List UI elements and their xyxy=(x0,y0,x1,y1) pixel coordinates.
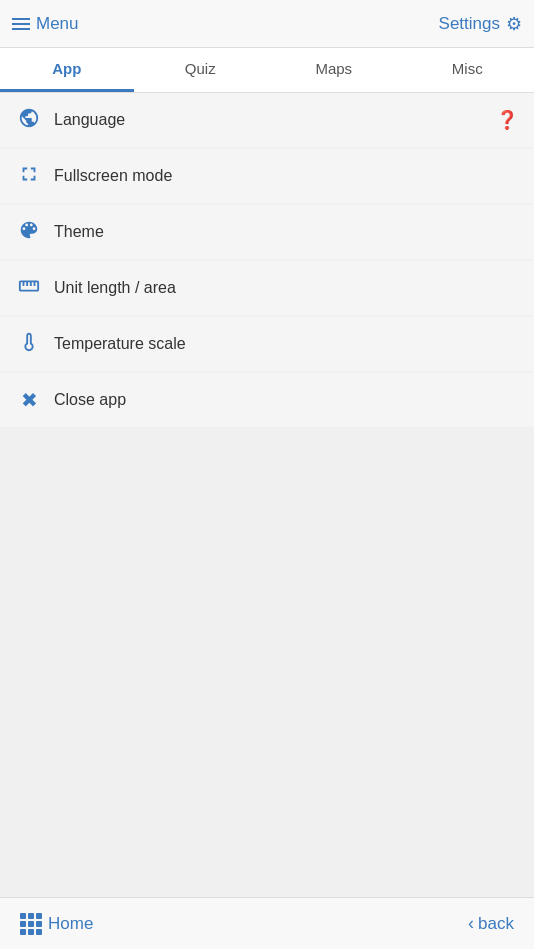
menu-item-theme[interactable]: Theme xyxy=(0,205,534,259)
language-label: Language xyxy=(54,111,125,129)
menu-label: Menu xyxy=(36,14,79,34)
tab-app[interactable]: App xyxy=(0,48,134,92)
menu-list: Language ❓ Fullscreen mode Theme xyxy=(0,93,534,897)
tab-misc[interactable]: Misc xyxy=(401,48,535,92)
gear-icon: ⚙ xyxy=(506,13,522,35)
language-help-icon: ❓ xyxy=(496,109,518,131)
fullscreen-icon xyxy=(16,163,42,190)
menu-item-fullscreen[interactable]: Fullscreen mode xyxy=(0,149,534,203)
tab-quiz[interactable]: Quiz xyxy=(134,48,268,92)
menu-button[interactable]: Menu xyxy=(12,14,79,34)
bottom-bar: Home ‹ back xyxy=(0,897,534,949)
language-icon xyxy=(16,107,42,134)
menu-item-unit-length[interactable]: Unit length / area xyxy=(0,261,534,315)
unit-length-icon xyxy=(16,275,42,302)
back-chevron-icon: ‹ xyxy=(468,913,474,934)
theme-icon xyxy=(16,219,42,246)
tab-maps[interactable]: Maps xyxy=(267,48,401,92)
menu-item-close-app[interactable]: ✖ Close app xyxy=(0,373,534,427)
settings-button[interactable]: Settings ⚙ xyxy=(439,13,522,35)
temperature-label: Temperature scale xyxy=(54,335,186,353)
top-bar: Menu Settings ⚙ xyxy=(0,0,534,48)
back-label: back xyxy=(478,914,514,934)
unit-length-label: Unit length / area xyxy=(54,279,176,297)
home-grid-icon xyxy=(20,913,42,935)
home-label: Home xyxy=(48,914,93,934)
menu-item-language[interactable]: Language ❓ xyxy=(0,93,534,147)
fullscreen-label: Fullscreen mode xyxy=(54,167,172,185)
temperature-icon xyxy=(16,331,42,358)
home-button[interactable]: Home xyxy=(20,913,93,935)
tabs-bar: App Quiz Maps Misc xyxy=(0,48,534,93)
menu-item-temperature[interactable]: Temperature scale xyxy=(0,317,534,371)
close-app-icon: ✖ xyxy=(16,388,42,412)
hamburger-icon xyxy=(12,18,30,30)
settings-label: Settings xyxy=(439,14,500,34)
close-app-label: Close app xyxy=(54,391,126,409)
back-button[interactable]: ‹ back xyxy=(468,913,514,934)
theme-label: Theme xyxy=(54,223,104,241)
